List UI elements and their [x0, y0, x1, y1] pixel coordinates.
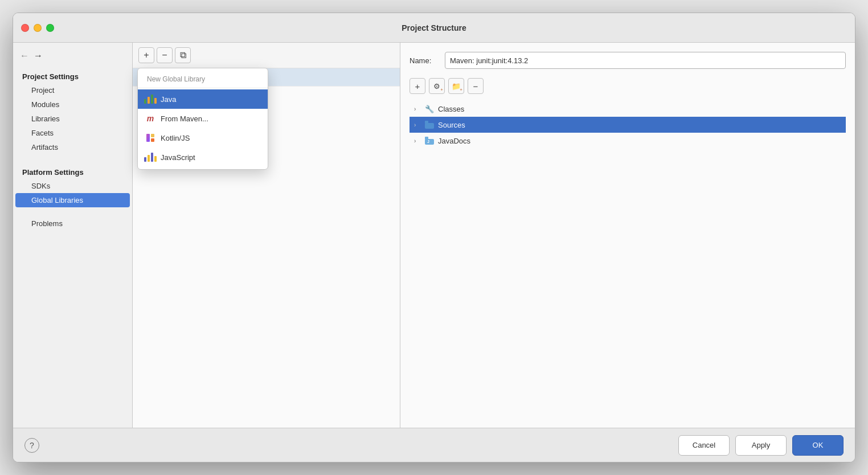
sidebar-divider-2 — [13, 207, 132, 216]
classes-icon: 🔧 — [424, 104, 435, 114]
minimize-button[interactable] — [34, 24, 42, 32]
new-global-library-dropdown: New Global Library Java m — [137, 68, 268, 170]
name-input[interactable] — [445, 52, 846, 69]
copy-library-button[interactable]: ⧉ — [175, 47, 191, 63]
dropdown-item-kotlin-js-label: Kotlin/JS — [161, 134, 190, 142]
kotlin-js-icon — [145, 132, 156, 144]
sidebar-divider-1 — [13, 154, 132, 163]
cancel-button[interactable]: Cancel — [678, 435, 730, 456]
java-icon — [145, 93, 156, 105]
svg-rect-5 — [425, 139, 434, 145]
chevron-icon-javadocs: › — [414, 138, 421, 144]
sidebar-item-modules[interactable]: Modules — [13, 97, 132, 112]
remove-root-button[interactable]: − — [468, 78, 484, 94]
name-label: Name: — [410, 56, 438, 65]
maximize-button[interactable] — [46, 24, 54, 32]
add-module-button[interactable]: ⚙ + — [429, 78, 445, 94]
dropdown-item-from-maven-label: From Maven... — [161, 114, 208, 123]
project-structure-window: Project Structure ← → Project Settings P… — [13, 13, 855, 462]
add-module-icon: ⚙ — [433, 82, 440, 91]
javadocs-icon: J — [424, 136, 435, 146]
minus-icon: − — [162, 50, 167, 60]
dropdown-header: New Global Library — [138, 71, 268, 88]
maven-icon: m — [145, 113, 156, 124]
traffic-lights — [21, 24, 54, 32]
middle-toolbar: + − ⧉ — [133, 43, 400, 68]
platform-settings-header: Platform Settings — [13, 163, 132, 179]
window-title: Project Structure — [402, 23, 466, 32]
dropdown-item-javascript-label: JavaScript — [161, 153, 195, 162]
svg-rect-4 — [425, 121, 428, 124]
add-root-icon: + — [415, 81, 420, 91]
dropdown-item-java-label: Java — [161, 95, 176, 104]
forward-button[interactable]: → — [34, 51, 43, 61]
add-library-button[interactable]: + — [138, 47, 154, 63]
bottom-bar: ? Cancel Apply OK — [13, 428, 855, 462]
remove-library-button[interactable]: − — [157, 47, 173, 63]
apply-button[interactable]: Apply — [735, 435, 787, 456]
name-row: Name: — [410, 52, 846, 69]
dropdown-item-java[interactable]: Java — [138, 89, 268, 109]
dropdown-item-from-maven[interactable]: m From Maven... — [138, 109, 268, 128]
tree-item-sources-label: Sources — [438, 121, 465, 129]
tree-item-sources[interactable]: › Sources — [410, 117, 846, 133]
bottom-actions: Cancel Apply OK — [678, 435, 844, 456]
ok-button[interactable]: OK — [792, 435, 844, 456]
help-button[interactable]: ? — [24, 438, 39, 453]
tree-item-classes[interactable]: › 🔧 Classes — [410, 101, 846, 117]
tree-item-javadocs[interactable]: › J JavaDocs — [410, 133, 846, 149]
sidebar-item-facets[interactable]: Facets — [13, 126, 132, 140]
svg-rect-2 — [151, 138, 154, 142]
tree-item-javadocs-label: JavaDocs — [438, 137, 470, 145]
tree-item-classes-label: Classes — [438, 105, 464, 113]
add-root-button[interactable]: + — [410, 78, 425, 94]
sidebar: ← → Project Settings Project Modules Lib… — [13, 43, 133, 428]
right-toolbar: + ⚙ + 📁 + − — [410, 78, 846, 94]
project-settings-header: Project Settings — [13, 68, 132, 83]
sources-icon — [424, 120, 435, 130]
sidebar-item-sdks[interactable]: SDKs — [13, 179, 132, 193]
dropdown-item-javascript[interactable]: JavaScript — [138, 148, 268, 167]
remove-root-icon: − — [473, 81, 478, 91]
sidebar-item-project[interactable]: Project — [13, 83, 132, 97]
svg-rect-0 — [146, 134, 150, 142]
chevron-icon-classes: › — [414, 106, 421, 112]
sidebar-item-problems[interactable]: Problems — [13, 216, 132, 231]
right-panel: Name: + ⚙ + 📁 + − — [400, 43, 855, 428]
javascript-icon — [145, 151, 156, 163]
nav-back-forward: ← → — [13, 48, 132, 68]
copy-icon: ⧉ — [180, 50, 186, 60]
main-content: ← → Project Settings Project Modules Lib… — [13, 43, 855, 428]
svg-text:J: J — [427, 140, 429, 144]
svg-rect-3 — [425, 123, 434, 129]
sidebar-item-libraries[interactable]: Libraries — [13, 112, 132, 126]
close-button[interactable] — [21, 24, 29, 32]
tree-area: › 🔧 Classes › Sources — [410, 101, 846, 419]
middle-panel: + − ⧉ junit:junit:4.13.2 New Global Libr… — [133, 43, 400, 428]
sidebar-item-global-libraries[interactable]: Global Libraries — [15, 193, 130, 207]
sidebar-item-artifacts[interactable]: Artifacts — [13, 140, 132, 154]
dropdown-item-kotlin-js[interactable]: Kotlin/JS — [138, 128, 268, 148]
plus-icon: + — [144, 50, 149, 60]
back-button[interactable]: ← — [20, 51, 29, 61]
svg-rect-1 — [151, 134, 154, 137]
chevron-icon-sources: › — [414, 122, 421, 128]
title-bar: Project Structure — [13, 13, 855, 43]
add-folder-button[interactable]: 📁 + — [448, 78, 464, 94]
